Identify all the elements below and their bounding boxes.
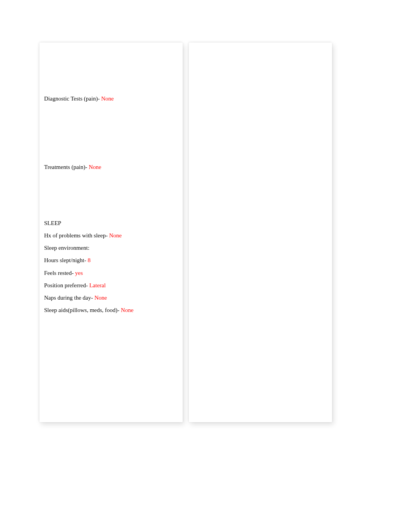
hx-sleep-line: Hx of problems with sleep- None <box>44 232 178 239</box>
sleep-aids-value: None <box>121 307 134 313</box>
diagnostic-tests-value: None <box>101 95 114 102</box>
diagnostic-tests-line: Diagnostic Tests (pain)- None <box>44 95 178 102</box>
spacer <box>44 107 178 163</box>
naps-value: None <box>94 295 107 301</box>
treatments-value: None <box>89 164 101 170</box>
naps-line: Naps during the day- None <box>44 294 178 302</box>
treatments-label: Treatments (pain)- <box>44 164 89 170</box>
naps-label: Naps during the day- <box>44 295 94 301</box>
treatments-line: Treatments (pain)- None <box>44 163 178 171</box>
position-preferred-label: Position preferred- <box>44 282 89 288</box>
position-preferred-value: Lateral <box>89 282 106 288</box>
sleep-aids-line: Sleep aids(pillows, meds, food)- None <box>44 306 178 314</box>
spacer <box>44 176 178 219</box>
hx-sleep-value: None <box>109 232 122 239</box>
hx-sleep-label: Hx of problems with sleep- <box>44 232 109 239</box>
feels-rested-line: Feels rested- yes <box>44 269 178 277</box>
page-left: Diagnostic Tests (pain)- None Treatments… <box>39 43 183 422</box>
diagnostic-tests-label: Diagnostic Tests (pain)- <box>44 95 101 102</box>
page-right <box>189 43 332 422</box>
position-preferred-line: Position preferred- Lateral <box>44 281 178 289</box>
document-spread: Diagnostic Tests (pain)- None Treatments… <box>39 43 332 422</box>
sleep-header-text: SLEEP <box>44 220 61 226</box>
feels-rested-value: yes <box>75 270 83 276</box>
feels-rested-label: Feels rested- <box>44 270 75 276</box>
sleep-environment-line: Sleep environment: <box>44 244 178 252</box>
sleep-aids-label: Sleep aids(pillows, meds, food)- <box>44 307 121 313</box>
hours-slept-value: 8 <box>88 257 91 263</box>
hours-slept-line: Hours slept/night- 8 <box>44 256 178 264</box>
hours-slept-label: Hours slept/night- <box>44 257 88 263</box>
sleep-environment-label: Sleep environment: <box>44 245 89 251</box>
sleep-header: SLEEP <box>44 219 178 227</box>
